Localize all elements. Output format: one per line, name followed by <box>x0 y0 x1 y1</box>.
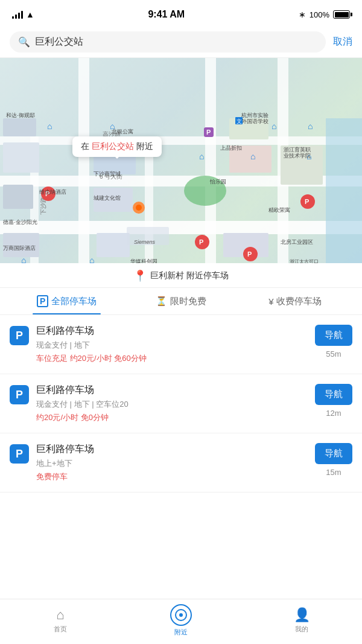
svg-text:P: P <box>247 250 252 258</box>
distance-3: 15m <box>326 468 341 477</box>
svg-rect-4 <box>78 58 89 263</box>
svg-text:P: P <box>305 198 309 205</box>
parking-item: P 巨利路停车场 现金支付 | 地下 车位充足 约20元/小时 免60分钟 导航… <box>0 315 362 374</box>
svg-text:P: P <box>199 238 203 246</box>
home-icon: ⌂ <box>56 607 64 623</box>
tab-paid-icon: ¥ <box>268 296 273 307</box>
parking-name-1: 巨利路停车场 <box>36 325 308 337</box>
battery-icon <box>333 10 350 19</box>
svg-text:浙江太古可口: 浙江太古可口 <box>290 259 319 263</box>
search-input[interactable] <box>35 37 317 48</box>
svg-text:文: 文 <box>237 118 242 124</box>
search-icon: 🔍 <box>18 36 30 48</box>
parking-icon-3: P <box>10 444 29 464</box>
tab-free[interactable]: ⏳ 限时免费 <box>124 289 238 314</box>
location-label: 📍 巨利新村 附近停车场 <box>0 263 362 288</box>
nav-mine-label: 我的 <box>295 625 308 634</box>
location-text: 巨利新村 附近停车场 <box>150 270 229 281</box>
parking-icon-1: P <box>10 326 29 345</box>
svg-text:杭州市实验: 杭州市实验 <box>241 112 268 118</box>
status-bar: ▲ 9:41 AM ∗ 100% <box>0 0 362 27</box>
parking-item: P 巨利路停车场 地上+地下 免费停车 导航 15m <box>0 433 362 493</box>
nav-item-home[interactable]: ⌂ 首页 <box>0 607 121 634</box>
nav-item-nearby[interactable]: 附近 <box>121 604 241 637</box>
parking-right-1: 导航 55m <box>315 325 352 359</box>
svg-text:⌂: ⌂ <box>272 121 276 131</box>
svg-text:北房工业园区: 北房工业园区 <box>281 239 313 245</box>
distance-2: 12m <box>326 409 341 418</box>
cancel-button[interactable]: 取消 <box>333 36 352 48</box>
svg-text:下沙商贸城: 下沙商贸城 <box>94 171 121 177</box>
svg-point-46 <box>136 205 142 211</box>
user-icon: 👤 <box>294 607 310 623</box>
parking-meta-2: 现金支付 | 地下 | 空车位20 <box>36 399 308 410</box>
svg-rect-16 <box>3 185 33 209</box>
parking-name-3: 巨利路停车场 <box>36 443 308 456</box>
svg-rect-14 <box>3 118 36 136</box>
tabs-bar: P 全部停车场 ⏳ 限时免费 ¥ 收费停车场 <box>0 288 362 315</box>
map-svg: 下沙路 高沙路 6 号大街 <box>0 58 362 263</box>
wifi-icon: ▲ <box>26 10 34 19</box>
search-bar: 🔍 取消 <box>0 27 362 58</box>
parking-icon-2: P <box>10 385 29 404</box>
parking-status-3: 免费停车 <box>36 471 308 482</box>
nearby-icon <box>170 604 192 626</box>
nav-button-3[interactable]: 导航 <box>315 443 352 464</box>
svg-text:⌂: ⌂ <box>47 121 52 131</box>
svg-text:⌂: ⌂ <box>21 255 26 263</box>
tab-paid[interactable]: ¥ 收费停车场 <box>238 289 352 314</box>
svg-text:精欧荣寓: 精欧荣寓 <box>268 207 290 213</box>
tooltip-highlight: 巨利公交站 <box>92 141 134 151</box>
svg-rect-15 <box>3 142 39 173</box>
svg-rect-9 <box>326 118 362 263</box>
svg-rect-5 <box>205 58 216 263</box>
parking-right-3: 导航 15m <box>315 443 352 477</box>
tab-free-label: 限时免费 <box>170 296 206 307</box>
parking-meta-1: 现金支付 | 地下 <box>36 340 308 351</box>
svg-rect-1 <box>0 221 362 234</box>
svg-rect-3 <box>0 136 362 145</box>
parking-info-3: 巨利路停车场 地上+地下 免费停车 <box>36 443 308 482</box>
status-left: ▲ <box>12 10 34 19</box>
tab-free-icon: ⏳ <box>156 296 167 307</box>
nav-button-2[interactable]: 导航 <box>315 384 352 405</box>
parking-name-2: 巨利路停车场 <box>36 384 308 397</box>
nav-item-mine[interactable]: 👤 我的 <box>241 607 362 634</box>
svg-text:⌂: ⌂ <box>199 151 204 161</box>
parking-item: P 巨利路停车场 现金支付 | 地下 | 空车位20 约20元/小时 免0分钟 … <box>0 374 362 433</box>
status-time: 9:41 AM <box>148 9 185 20</box>
search-input-wrap[interactable]: 🔍 <box>10 31 326 53</box>
map-tooltip: 在 巨利公交站 附近 <box>72 136 162 157</box>
svg-text:⌂: ⌂ <box>308 121 313 131</box>
svg-text:P: P <box>206 129 211 136</box>
svg-text:外国语学校: 外国语学校 <box>241 118 268 124</box>
nav-home-label: 首页 <box>54 625 67 634</box>
parking-status-2: 约20元/小时 免0分钟 <box>36 412 308 423</box>
svg-rect-20 <box>97 233 130 257</box>
map-area[interactable]: 下沙路 高沙路 6 号大街 <box>0 58 362 263</box>
bluetooth-icon: ∗ <box>299 10 306 19</box>
svg-text:北银公寓: 北银公寓 <box>112 129 133 135</box>
parking-meta-3: 地上+地下 <box>36 458 308 469</box>
bottom-nav: ⌂ 首页 附近 👤 我的 <box>0 599 362 644</box>
nav-nearby-label: 附近 <box>174 628 188 637</box>
tab-all[interactable]: P 全部停车场 <box>10 288 124 314</box>
location-pin-icon: 📍 <box>133 269 147 282</box>
tab-all-icon: P <box>37 295 48 307</box>
svg-text:业技术学院: 业技术学院 <box>284 153 311 159</box>
tab-paid-label: 收费停车场 <box>276 296 322 307</box>
tab-all-label: 全部停车场 <box>51 296 97 307</box>
parking-list: P 巨利路停车场 现金支付 | 地下 车位充足 约20元/小时 免60分钟 导航… <box>0 315 362 493</box>
svg-text:Siemens: Siemens <box>134 239 156 245</box>
svg-text:浙江育英职: 浙江育英职 <box>284 147 311 153</box>
status-right: ∗ 100% <box>299 10 350 19</box>
svg-text:⌂: ⌂ <box>89 255 94 263</box>
svg-text:⌂: ⌂ <box>250 151 255 161</box>
svg-text:德嘉·金沙阳光: 德嘉·金沙阳光 <box>3 219 37 225</box>
nav-button-1[interactable]: 导航 <box>315 325 352 346</box>
svg-text:维也纳酒店: 维也纳酒店 <box>39 189 66 195</box>
parking-status-1: 车位充足 约20元/小时 免60分钟 <box>36 353 308 364</box>
svg-text:万商国际酒店: 万商国际酒店 <box>3 245 36 251</box>
svg-text:城建文化馆: 城建文化馆 <box>93 195 121 201</box>
parking-info-1: 巨利路停车场 现金支付 | 地下 车位充足 约20元/小时 免60分钟 <box>36 325 308 364</box>
